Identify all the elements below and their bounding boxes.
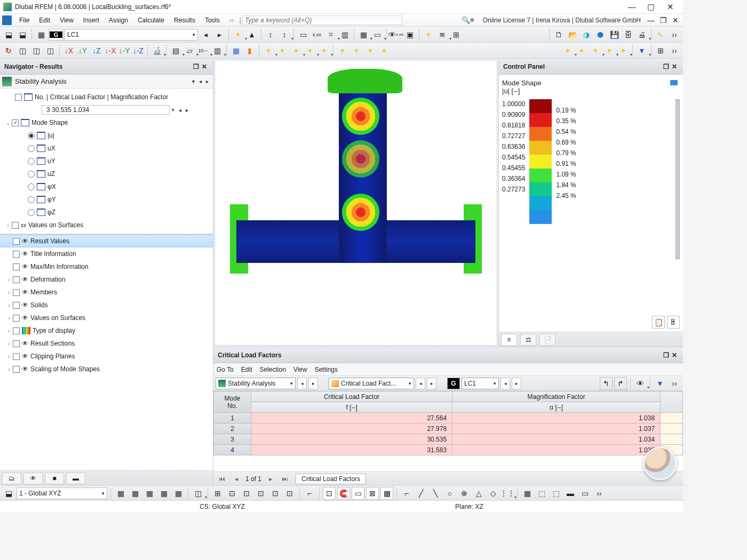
rstar-2[interactable]: ✦ (575, 44, 588, 57)
sbtn-1[interactable]: ▦ (114, 487, 127, 500)
axis-x[interactable]: ↓X (62, 44, 75, 57)
star-2[interactable]: ✦ (276, 44, 289, 57)
nav2-exp[interactable]: › (5, 290, 13, 295)
btm-menu-view[interactable]: View (293, 366, 307, 373)
vos-expand-icon[interactable]: › (4, 222, 12, 228)
clf-next[interactable]: ▸ (184, 107, 190, 113)
btm-analysis-dropdown[interactable]: Stability Analysis▾ (216, 378, 296, 389)
nav2-label[interactable]: Result Values (30, 237, 69, 245)
dim-10[interactable]: 10↔▾ (197, 44, 210, 57)
view-xz[interactable]: ◫ (44, 44, 57, 57)
sbtn-13[interactable]: ⌐ (303, 487, 316, 500)
tool-cursor[interactable]: ↖ (654, 28, 667, 41)
table-row[interactable]: 431.5831.033 (214, 445, 683, 455)
snap-4[interactable]: ⊠ (366, 487, 379, 500)
tool-cloud[interactable]: ◑ (580, 28, 593, 41)
navtab-4[interactable]: ▬ (66, 473, 85, 484)
table-row[interactable]: 227.9781.037 (214, 423, 683, 434)
star-9[interactable]: ✦ (378, 44, 391, 57)
draw-3[interactable]: ╲ (429, 487, 442, 500)
btm-tool-a[interactable]: ↰ (600, 377, 613, 390)
sbtn-2[interactable]: ▦ (129, 487, 141, 500)
draw-4[interactable]: ○ (443, 487, 456, 500)
redraw-icon[interactable]: ↻ (2, 44, 15, 57)
ctrl-close-icon[interactable]: ✕ (670, 63, 679, 70)
page-next[interactable]: ▸ (267, 475, 274, 483)
draw-6[interactable]: △ (472, 487, 485, 500)
nav2-check-0[interactable] (13, 238, 20, 245)
nav2-label[interactable]: Values on Surfaces (30, 314, 85, 322)
tool-eye[interactable]: 👁x.xx (390, 28, 402, 41)
star-7[interactable]: ✦ (350, 44, 363, 57)
work-plane-dropdown[interactable]: 1 - Global XYZ▾ (17, 487, 107, 499)
ctrl-undock-icon[interactable]: ❐ (662, 63, 670, 70)
clf-row-value[interactable]: 3 30.535 1.034 (42, 105, 170, 115)
star-1[interactable]: ✦▾ (262, 44, 275, 57)
license-icon[interactable]: 🔍≡ (457, 14, 479, 26)
btm-undock-icon[interactable]: ❐ (662, 351, 670, 359)
btm-close-icon[interactable]: ✕ (670, 351, 679, 359)
nav2-label[interactable]: Clipping Planes (30, 353, 75, 360)
btm-menu-selection[interactable]: Selection (260, 366, 286, 373)
tool-d2[interactable]: ↕▾ (278, 28, 291, 41)
rstar-3[interactable]: ✦▾ (589, 44, 602, 57)
draw-7[interactable]: ◇ (487, 487, 499, 500)
btm-anal-prev[interactable]: ◂ (297, 378, 307, 389)
nav2-label[interactable]: Scaling of Mode Shapes (30, 365, 100, 373)
btm-menu-edit[interactable]: Edit (241, 366, 252, 373)
btm-tbl-next[interactable]: ▸ (427, 378, 436, 389)
navtab-2[interactable]: 👁 (23, 473, 43, 484)
btm-tool-more[interactable]: ›› (668, 377, 681, 390)
nav2-check-5[interactable] (13, 302, 20, 309)
tool-support[interactable]: ▲ (245, 28, 258, 41)
btm-tool-filter[interactable]: ▼ (654, 377, 666, 390)
tool-open[interactable]: 📂 (566, 28, 579, 41)
mode-shape-checkbox[interactable] (12, 119, 19, 126)
tool-e4[interactable]: ▥ (338, 28, 351, 41)
render-2[interactable]: ▱▾ (183, 44, 196, 57)
tool-new[interactable]: 🗋 (552, 28, 565, 41)
render-3[interactable]: ▥▾ (211, 44, 224, 57)
sel-2[interactable]: ⬚ (535, 487, 548, 500)
tool-c[interactable]: ▦ (35, 28, 47, 41)
axis-y[interactable]: ↓Y (76, 44, 89, 57)
btm-table-dropdown[interactable]: Critical Load Fact...▾ (329, 378, 414, 389)
nav2-check-6[interactable] (13, 315, 20, 322)
rstar-5[interactable]: ✦▾ (617, 44, 630, 57)
load-prev[interactable]: ◂ (199, 28, 212, 41)
ctrl-tab-2[interactable]: ⚖ (520, 334, 536, 346)
page-last[interactable]: ⏭ (280, 475, 290, 483)
table-row[interactable]: 330.5351.034 (214, 434, 683, 445)
window-minimize[interactable]: — (622, 2, 641, 11)
mdi-close[interactable]: ✕ (670, 16, 681, 25)
navigator-undock-icon[interactable]: ❐ (192, 63, 200, 70)
btm-menu-settings[interactable]: Settings (315, 366, 338, 373)
axis-ny[interactable]: ↓-Y (118, 44, 131, 57)
star-8[interactable]: ✦ (364, 44, 377, 57)
mode-radio-3[interactable] (28, 171, 35, 178)
axis-nz[interactable]: ↓-Z (132, 44, 145, 57)
tool-e3[interactable]: ⌗▾ (324, 28, 337, 41)
tool-g2[interactable]: ▣ (403, 28, 416, 41)
sbtn-8[interactable]: ⊡ (226, 487, 239, 500)
tool-g4[interactable]: ≋▾ (436, 28, 449, 41)
rstar-1[interactable]: ✦▾ (561, 44, 574, 57)
tool-g3[interactable]: ✦ (422, 28, 435, 41)
mdi-restore[interactable]: ❐ (658, 16, 669, 25)
table-row[interactable]: 127.5641.038 (214, 413, 683, 423)
nav2-check-3[interactable] (13, 276, 20, 283)
sbtn-9[interactable]: ⊡ (240, 487, 253, 500)
tool-f2[interactable]: ▭▾ (371, 28, 384, 41)
mode-radio-6[interactable] (28, 209, 35, 216)
snap-1[interactable]: ⊡ (323, 487, 336, 500)
nav-analysis-next[interactable]: ▸ (204, 78, 211, 84)
mode-radio-2[interactable] (28, 158, 35, 165)
tool-d1[interactable]: ↕ (264, 28, 277, 41)
draw-1[interactable]: ⌐ (400, 487, 413, 500)
render-1[interactable]: ▤▾ (169, 44, 182, 57)
vos-checkbox[interactable] (12, 222, 19, 229)
sbtn-10[interactable]: ⊡ (255, 487, 267, 500)
status-more[interactable]: ›› (593, 487, 606, 500)
mode-expand-icon[interactable]: ⌄ (4, 120, 12, 126)
nav2-check-9[interactable] (13, 353, 20, 360)
